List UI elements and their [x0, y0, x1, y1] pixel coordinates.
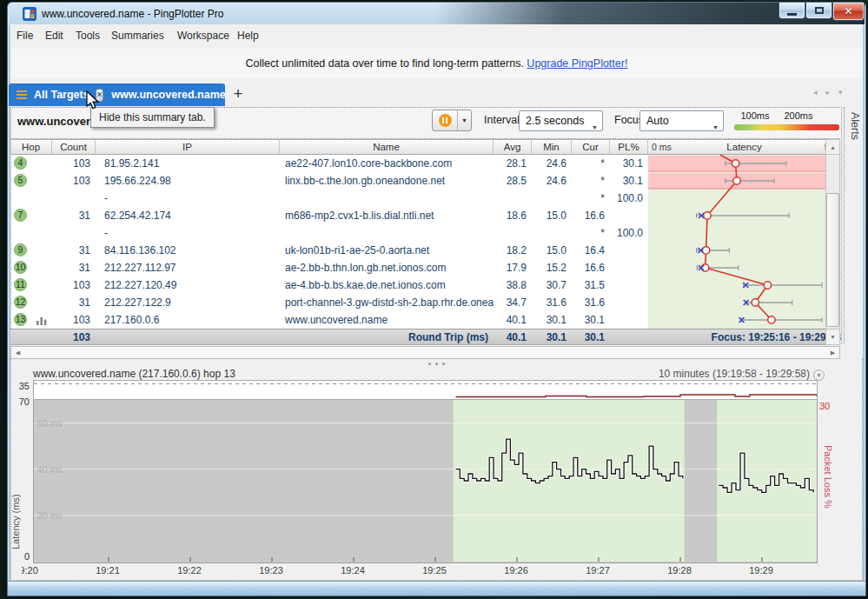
table-row[interactable]: - * 100.0 — [10, 190, 648, 207]
timeline-range-selector[interactable]: 10 minutes (19:19:58 - 19:29:58) — [487, 368, 810, 380]
pause-icon — [433, 110, 458, 130]
window-title: www.uncovered.name - PingPlotter Pro — [42, 8, 223, 20]
tab-scroll-left-icon[interactable]: ◂ — [813, 88, 818, 97]
header-min[interactable]: Min — [532, 140, 572, 154]
avg-cell: 18.6 — [494, 207, 532, 224]
focus-value: Auto — [646, 115, 669, 127]
cur-cell: 16.6 — [572, 259, 610, 276]
hop-cell: 13 — [10, 311, 52, 329]
count-cell — [52, 190, 96, 207]
min-cell: 31.6 — [532, 294, 572, 311]
name-cell: m686-mp2.cvx1-b.lis.dial.ntli.net — [280, 207, 494, 224]
arrow-left-icon[interactable]: ◀ — [11, 347, 24, 358]
close-button[interactable]: ✕ — [832, 3, 865, 21]
jitter-plot — [34, 381, 817, 399]
avg-cell — [494, 190, 532, 207]
avg-cell: 38.8 — [494, 276, 532, 294]
min-cell: 30.7 — [532, 276, 572, 294]
footer-focus-range: Focus: 19:25:16 - 19:29:58 — [648, 329, 845, 345]
summary-menu-icon[interactable] — [17, 90, 27, 99]
time-tick-label: 19:21 — [90, 565, 125, 576]
timeline-plot-area[interactable]: 60 ms40 ms20 ms — [33, 400, 818, 563]
hop-latency-graph — [648, 155, 825, 329]
focus-select[interactable]: Auto ▼ — [639, 110, 724, 131]
ip-cell: 217.160.0.6 — [96, 311, 280, 329]
table-row[interactable]: 5 103 195.66.224.98 linx.bb-c.the.lon.gb… — [10, 172, 648, 190]
menu-edit[interactable]: Edit — [41, 27, 68, 44]
ip-cell: - — [96, 224, 280, 242]
table-row[interactable]: 9 31 84.116.136.102 uk-lon01b-ri1-ae-25-… — [10, 242, 648, 259]
menu-help[interactable]: Help — [233, 27, 263, 44]
tab-scroll-controls: ◂ ▸ ▾ — [813, 88, 843, 97]
latency-scrollbar-thumb[interactable] — [826, 193, 839, 327]
app-icon — [23, 7, 36, 21]
menu-tools[interactable]: Tools — [71, 27, 104, 44]
header-hop[interactable]: Hop — [10, 140, 52, 154]
horizontal-scrollbar[interactable]: ◀ ▶ — [10, 346, 840, 359]
latency-scrollbar-up-button[interactable]: ▲ — [825, 139, 840, 155]
ip-cell: 195.66.224.98 — [96, 172, 280, 190]
menu-file[interactable]: File — [12, 27, 37, 44]
table-row[interactable]: 11 103 212.227.120.49 ae-4.bb-b.bs.kae.d… — [10, 276, 648, 294]
min-cell: 15.0 — [532, 242, 572, 259]
min-cell: 15.2 — [532, 259, 572, 276]
pause-dropdown-icon[interactable]: ▼ — [458, 110, 471, 130]
jitter-band — [33, 380, 818, 400]
timeline-plot: 60 ms40 ms20 ms — [34, 400, 817, 562]
table-footer: 103 Round Trip (ms) 40.1 30.1 30.1 Focus… — [10, 329, 840, 345]
header-latency[interactable]: 0 ms Latency 57 — [648, 140, 840, 154]
maximize-button[interactable] — [805, 3, 832, 19]
pause-button[interactable]: ▼ — [432, 110, 472, 131]
pl-cell — [610, 294, 648, 311]
arrow-right-icon[interactable]: ▶ — [826, 347, 839, 358]
menu-summaries[interactable]: Summaries — [107, 27, 169, 44]
hop-cell: 12 — [10, 294, 52, 311]
focused-hop-graph-icon — [36, 316, 48, 325]
tab-target[interactable]: www.uncovered.name — [111, 89, 226, 101]
footer-cur: 30.1 — [572, 329, 610, 345]
table-row[interactable]: 7 31 62.254.42.174 m686-mp2.cvx1-b.lis.d… — [10, 207, 648, 224]
header-avg[interactable]: Avg — [494, 140, 532, 154]
upgrade-link[interactable]: Upgrade PingPlotter! — [527, 57, 627, 70]
pl-cell: 30.1 — [610, 155, 648, 172]
min-cell: 15.0 — [532, 207, 572, 224]
tab-all-targets[interactable]: All Targets — [34, 89, 89, 101]
arrow-down-icon: ▼ — [826, 329, 839, 344]
svg-text:20 ms: 20 ms — [37, 510, 63, 521]
table-row[interactable]: 13 103 217.160.0.6 www.uncovered.name 40… — [10, 311, 648, 329]
cur-cell: * — [572, 224, 610, 242]
tab-list-dropdown-icon[interactable]: ▾ — [838, 88, 843, 97]
latency-axis-title: Latency (ms) — [10, 428, 21, 549]
table-row[interactable]: 4 103 81.95.2.141 ae22-407.lon10.core-ba… — [10, 155, 648, 172]
interval-label: Interval — [484, 114, 520, 126]
minimize-button[interactable] — [779, 3, 805, 19]
header-pl[interactable]: PL% — [610, 140, 648, 154]
svg-text:40 ms: 40 ms — [37, 464, 63, 475]
header-cur[interactable]: Cur — [572, 140, 610, 154]
count-cell: 103 — [52, 311, 96, 329]
header-count[interactable]: Count — [52, 140, 96, 154]
latency-color-scale — [734, 124, 839, 130]
window-bottom-border — [8, 581, 865, 596]
tab-scroll-right-icon[interactable]: ▸ — [826, 88, 831, 97]
cur-cell: 31.5 — [572, 276, 610, 294]
table-row[interactable]: 10 31 212.227.112.97 ae-2.bb-b.thn.lon.g… — [10, 259, 648, 276]
ip-cell: 212.227.120.49 — [96, 276, 280, 294]
alerts-panel-tab[interactable]: Alerts — [844, 107, 865, 343]
pane-splitter-handle[interactable] — [10, 359, 863, 368]
header-name[interactable]: Name — [280, 140, 494, 154]
add-tab-button[interactable]: + — [229, 83, 248, 106]
footer-avg: 40.1 — [494, 329, 532, 345]
pl-cell — [610, 242, 648, 259]
table-row[interactable]: 12 31 212.227.122.9 port-channel-3.gw-di… — [10, 294, 648, 311]
table-row[interactable]: - * 100.0 — [10, 224, 648, 242]
latency-scrollbar-down-button[interactable]: ▼ — [825, 329, 840, 345]
packet-loss-axis-title: Packet Loss % — [823, 445, 833, 576]
name-cell: ae22-407.lon10.core-backbone.com — [280, 155, 494, 172]
cur-cell: 16.4 — [572, 242, 610, 259]
menu-workspace[interactable]: Workspace — [173, 27, 234, 44]
hop-badge: 7 — [14, 209, 27, 222]
interval-select[interactable]: 2.5 seconds ▼ — [519, 110, 603, 131]
time-tick-label: 19:20 — [22, 565, 43, 576]
header-ip[interactable]: IP — [96, 140, 280, 154]
